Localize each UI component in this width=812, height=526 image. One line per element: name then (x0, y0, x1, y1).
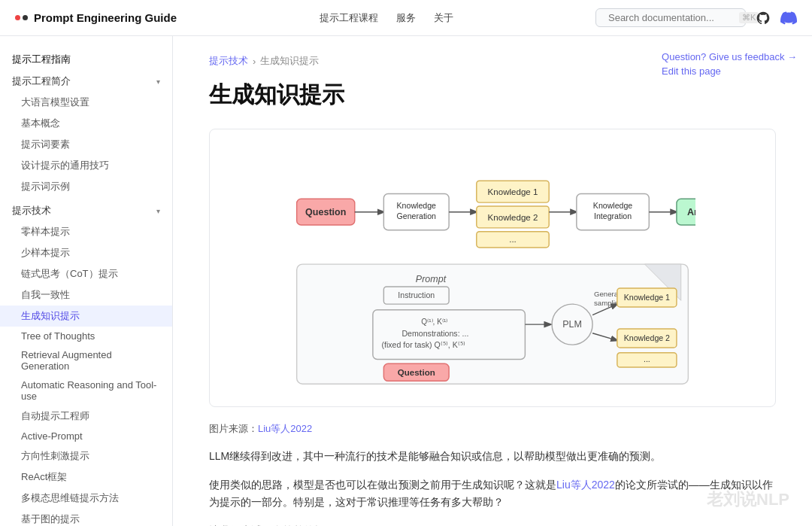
svg-text:Knowledge 2: Knowledge 2 (488, 213, 538, 222)
svg-text:Knowledge 1: Knowledge 1 (488, 187, 538, 196)
svg-text:...: ... (644, 354, 650, 363)
page-title: 生成知识提示 (209, 80, 776, 111)
feedback-link[interactable]: Question? Give us feedback → (662, 51, 797, 62)
diagram-container: Question Knowledge Generation Knowledge … (209, 129, 776, 407)
sidebar-item-basic-concepts[interactable]: 基本概念 (0, 113, 172, 134)
svg-text:Answer: Answer (687, 207, 695, 217)
sidebar-item-cot[interactable]: 链式思考（CoT）提示 (0, 263, 172, 284)
logo-icon (15, 15, 28, 20)
sidebar-item-ape[interactable]: 自动提示工程师 (0, 406, 172, 427)
breadcrumb-separator: › (253, 56, 256, 67)
sidebar-item-multimodal-cot[interactable]: 多模态思维链提示方法 (0, 488, 172, 509)
img-caption-link[interactable]: Liu等人2022 (258, 423, 312, 434)
svg-text:PLM: PLM (562, 319, 582, 330)
svg-text:Question: Question (305, 207, 346, 217)
sidebar-item-active-prompt[interactable]: Active-Prompt (0, 427, 172, 445)
search-box[interactable]: ⌘K (595, 8, 746, 27)
breadcrumb-parent[interactable]: 提示技术 (209, 54, 248, 68)
svg-text:...: ... (509, 235, 517, 244)
para2-link[interactable]: Liu等人2022 (556, 479, 615, 491)
chevron-down-icon: ▾ (156, 78, 160, 86)
svg-text:Instruction: Instruction (398, 290, 435, 299)
sidebar-item-prompt-elements[interactable]: 提示词要素 (0, 134, 172, 155)
sidebar-item-graph-prompts[interactable]: 基于图的提示 (0, 509, 172, 526)
svg-text:Knowledge: Knowledge (397, 201, 437, 210)
diagram-svg: Question Knowledge Generation Knowledge … (289, 144, 695, 391)
search-input[interactable] (608, 12, 735, 23)
header-right: ⌘K (595, 8, 797, 27)
sidebar-item-guide[interactable]: 提示工程指南 (0, 48, 172, 71)
svg-text:Integration: Integration (594, 211, 632, 220)
header-left: Prompt Engineering Guide (15, 11, 177, 24)
sidebar-item-llm-settings[interactable]: 大语言模型设置 (0, 92, 172, 113)
layout: 提示工程指南 提示工程简介 ▾ 大语言模型设置 基本概念 提示词要素 设计提示的… (0, 0, 812, 526)
nav-services[interactable]: 服务 (396, 11, 416, 25)
svg-text:Demonstrations: ...: Demonstrations: ... (401, 329, 468, 338)
sidebar-item-prompt-examples[interactable]: 提示词示例 (0, 176, 172, 197)
svg-text:Generation: Generation (397, 211, 437, 220)
nav-course[interactable]: 提示工程课程 (320, 11, 378, 25)
sidebar-item-few-shot[interactable]: 少样本提示 (0, 242, 172, 263)
sidebar-item-intro[interactable]: 提示工程简介 ▾ (0, 71, 172, 92)
sidebar-top: 提示工程指南 提示工程简介 ▾ 大语言模型设置 基本概念 提示词要素 设计提示的… (0, 48, 172, 197)
svg-text:Q⁽¹⁾, K⁽¹⁾: Q⁽¹⁾, K⁽¹⁾ (421, 318, 447, 326)
edit-page-link[interactable]: Edit this page (662, 65, 797, 77)
sidebar-item-zero-shot[interactable]: 零样本提示 (0, 221, 172, 242)
breadcrumb-current: 生成知识提示 (260, 54, 319, 68)
discord-icon[interactable] (780, 10, 797, 26)
sidebar-item-techniques[interactable]: 提示技术 ▾ (0, 200, 172, 221)
sidebar-techniques-group: 提示技术 ▾ 零样本提示 少样本提示 链式思考（CoT）提示 自我一致性 生成知… (0, 200, 172, 526)
main-content: 提示技术 › 生成知识提示 生成知识提示 Question Knowledge … (173, 36, 812, 526)
sidebar: 提示工程指南 提示工程简介 ▾ 大语言模型设置 基本概念 提示词要素 设计提示的… (0, 36, 173, 526)
chevron-down-icon: ▾ (156, 207, 160, 215)
body-para-2: 使用类似的思路，模型是否也可以在做出预测之前用于生成知识呢？这就是Liu等人20… (209, 476, 776, 512)
img-caption: 图片来源：Liu等人2022 (209, 422, 776, 436)
sidebar-item-generated-knowledge[interactable]: 生成知识提示 (0, 306, 172, 327)
sidebar-item-self-consistency[interactable]: 自我一致性 (0, 284, 172, 306)
header: Prompt Engineering Guide 提示工程课程 服务 关于 ⌘K (0, 0, 812, 36)
nav-about[interactable]: 关于 (434, 11, 453, 25)
right-panel: Question? Give us feedback → Edit this p… (662, 51, 797, 77)
svg-text:Knowledge 1: Knowledge 1 (624, 293, 670, 302)
svg-text:Knowledge 2: Knowledge 2 (624, 333, 670, 342)
sidebar-item-directional[interactable]: 方向性刺激提示 (0, 445, 172, 467)
sidebar-item-art[interactable]: Automatic Reasoning and Tool-use (0, 375, 172, 406)
sidebar-item-tree-of-thoughts[interactable]: Tree of Thoughts (0, 327, 172, 345)
svg-text:Question: Question (398, 368, 435, 377)
svg-text:Knowledge: Knowledge (593, 201, 633, 210)
svg-text:(fixed for task) Q⁽⁵⁾, K⁽⁵⁾: (fixed for task) Q⁽⁵⁾, K⁽⁵⁾ (381, 340, 465, 349)
body-para-3: 让我们尝试一个简单的提示： (209, 522, 776, 526)
github-icon[interactable] (755, 10, 771, 26)
svg-text:Prompt: Prompt (416, 274, 447, 284)
header-nav: 提示工程课程 服务 关于 (320, 11, 453, 25)
sidebar-item-react[interactable]: ReAct框架 (0, 467, 172, 488)
sidebar-item-rag[interactable]: Retrieval Augmented Generation (0, 345, 172, 375)
sidebar-item-general-tips[interactable]: 设计提示的通用技巧 (0, 155, 172, 176)
site-title[interactable]: Prompt Engineering Guide (34, 11, 177, 24)
body-para-1: LLM继续得到改进，其中一种流行的技术是能够融合知识或信息，以帮助模型做出更准确… (209, 448, 776, 466)
